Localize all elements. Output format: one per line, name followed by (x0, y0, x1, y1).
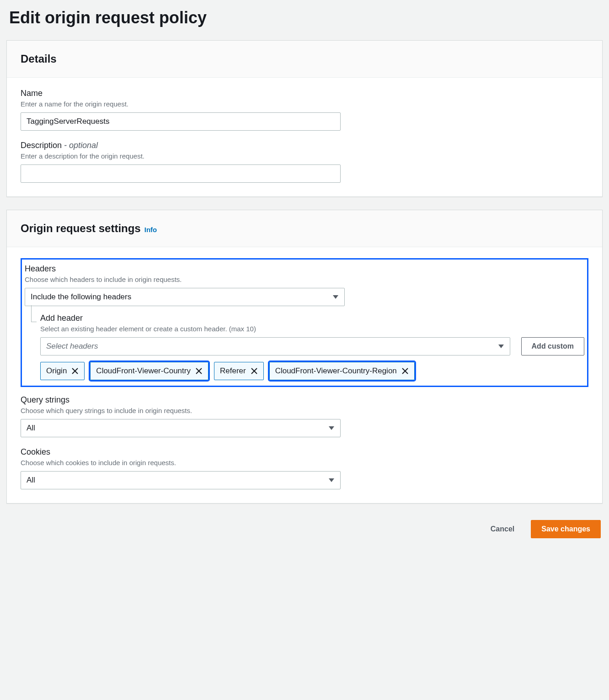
header-chip[interactable]: Referer (214, 362, 264, 380)
cookies-value: All (27, 476, 35, 485)
svg-marker-0 (333, 295, 338, 299)
close-icon[interactable] (71, 367, 79, 375)
close-icon[interactable] (401, 367, 409, 375)
details-header: Details (7, 41, 602, 78)
caret-down-icon (332, 295, 339, 299)
caret-down-icon (498, 344, 504, 349)
settings-heading: Origin request settings (21, 222, 141, 235)
description-input[interactable] (21, 164, 341, 183)
query-strings-hint: Choose which query strings to include in… (21, 407, 588, 414)
chip-label: CloudFront-Viewer-Country (96, 366, 191, 376)
select-headers-placeholder: Select headers (46, 342, 98, 351)
description-field: Description - optional Enter a descripti… (21, 141, 588, 183)
header-chip[interactable]: CloudFront-Viewer-Country-Region (269, 362, 415, 380)
caret-down-icon (328, 478, 335, 483)
chip-label: Origin (46, 366, 67, 376)
svg-marker-10 (329, 426, 334, 430)
cancel-button[interactable]: Cancel (481, 520, 524, 538)
description-hint: Enter a description for the origin reque… (21, 152, 588, 160)
close-icon[interactable] (251, 367, 258, 375)
description-optional: - optional (64, 141, 98, 150)
name-label: Name (21, 89, 588, 98)
add-header-subsection: Add header Select an existing header ele… (31, 313, 584, 380)
headers-select[interactable]: Include the following headers (25, 288, 345, 306)
add-header-hint: Select an existing header element or cre… (40, 325, 584, 333)
chip-label: CloudFront-Viewer-Country-Region (275, 366, 397, 376)
cookies-hint: Choose which cookies to include in origi… (21, 459, 588, 467)
cookies-field: Cookies Choose which cookies to include … (21, 447, 588, 489)
settings-panel: Origin request settings Info Headers Cho… (6, 210, 603, 504)
header-chip[interactable]: Origin (40, 362, 85, 380)
cookies-select[interactable]: All (21, 471, 341, 489)
description-label-text: Description (21, 141, 62, 150)
close-icon[interactable] (195, 367, 203, 375)
description-label: Description - optional (21, 141, 588, 150)
svg-marker-11 (329, 478, 334, 482)
headers-hint: Choose which headers to include in origi… (25, 276, 584, 283)
chip-label: Referer (220, 366, 246, 376)
add-header-label: Add header (40, 313, 584, 323)
add-custom-button[interactable]: Add custom (521, 337, 584, 355)
details-heading: Details (21, 53, 57, 65)
name-field: Name Enter a name for the origin request… (21, 89, 588, 131)
query-strings-select[interactable]: All (21, 419, 341, 437)
header-chips: Origin CloudFront-Viewer-Country (40, 362, 584, 380)
settings-header: Origin request settings Info (7, 210, 602, 247)
query-strings-label: Query strings (21, 395, 588, 405)
save-button[interactable]: Save changes (531, 520, 601, 538)
caret-down-icon (328, 426, 335, 430)
header-chip[interactable]: CloudFront-Viewer-Country (90, 362, 208, 380)
query-strings-field: Query strings Choose which query strings… (21, 395, 588, 437)
select-headers-dropdown[interactable]: Select headers (40, 337, 510, 355)
details-panel: Details Name Enter a name for the origin… (6, 40, 603, 197)
query-strings-value: All (27, 424, 35, 433)
form-actions: Cancel Save changes (6, 516, 603, 538)
headers-highlight-box: Headers Choose which headers to include … (21, 258, 588, 387)
page-title: Edit origin request policy (6, 0, 603, 40)
headers-select-value: Include the following headers (31, 292, 131, 302)
svg-marker-1 (498, 345, 504, 348)
cookies-label: Cookies (21, 447, 588, 457)
headers-label: Headers (25, 264, 584, 274)
name-input[interactable] (21, 112, 341, 131)
name-hint: Enter a name for the origin request. (21, 100, 588, 108)
headers-field: Headers Choose which headers to include … (25, 264, 584, 380)
info-link[interactable]: Info (144, 226, 157, 233)
